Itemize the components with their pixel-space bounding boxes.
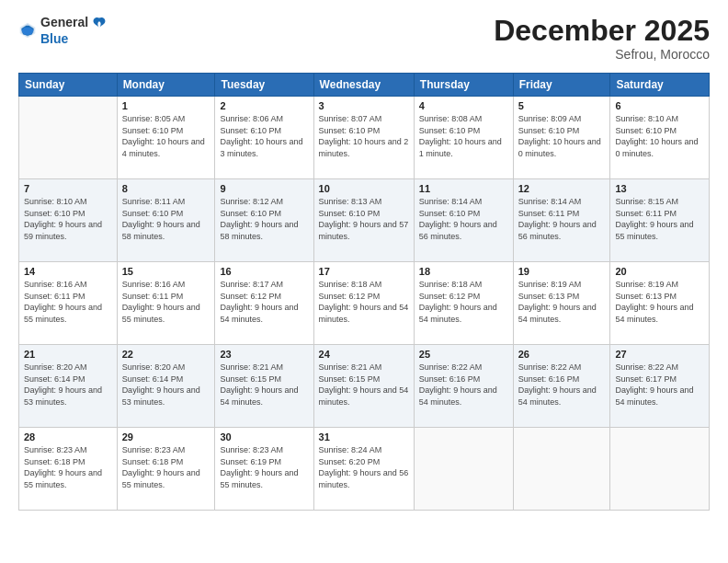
sunset-time: Sunset: 6:16 PM: [518, 374, 580, 384]
sunrise-time: Sunrise: 8:18 AM: [419, 280, 483, 289]
day-number: 17: [319, 266, 409, 277]
sunset-time: Sunset: 6:17 PM: [615, 374, 677, 384]
sunset-time: Sunset: 6:11 PM: [24, 292, 85, 301]
sunrise-time: Sunrise: 8:23 AM: [122, 445, 186, 454]
day-number: 24: [319, 349, 409, 360]
calendar-week-row: 28 Sunrise: 8:23 AM Sunset: 6:18 PM Dayl…: [19, 428, 710, 511]
day-info: Sunrise: 8:14 AM Sunset: 6:10 PM Dayligh…: [419, 196, 508, 242]
daylight-hours: Daylight: 9 hours and 54 minutes.: [518, 385, 597, 407]
logo-text: General Blue: [40, 15, 108, 47]
logo-blue: Blue: [40, 31, 108, 47]
table-row: [19, 97, 118, 179]
table-row: 29 Sunrise: 8:23 AM Sunset: 6:18 PM Dayl…: [117, 428, 215, 511]
daylight-hours: Daylight: 9 hours and 59 minutes.: [24, 220, 102, 241]
daylight-hours: Daylight: 9 hours and 53 minutes.: [122, 385, 200, 407]
day-info: Sunrise: 8:16 AM Sunset: 6:11 PM Dayligh…: [24, 279, 112, 325]
table-row: 2 Sunrise: 8:06 AM Sunset: 6:10 PM Dayli…: [215, 97, 313, 179]
day-info: Sunrise: 8:10 AM Sunset: 6:10 PM Dayligh…: [24, 196, 112, 242]
day-info: Sunrise: 8:18 AM Sunset: 6:12 PM Dayligh…: [319, 279, 409, 325]
daylight-hours: Daylight: 10 hours and 0 minutes.: [615, 137, 698, 158]
sunset-time: Sunset: 6:13 PM: [615, 292, 677, 301]
daylight-hours: Daylight: 10 hours and 3 minutes.: [220, 137, 302, 158]
sunset-time: Sunset: 6:12 PM: [419, 292, 481, 301]
calendar-week-row: 21 Sunrise: 8:20 AM Sunset: 6:14 PM Dayl…: [19, 345, 710, 428]
day-info: Sunrise: 8:22 AM Sunset: 6:16 PM Dayligh…: [419, 362, 508, 408]
calendar-table: Sunday Monday Tuesday Wednesday Thursday…: [18, 73, 710, 511]
sunrise-time: Sunrise: 8:18 AM: [319, 280, 382, 289]
table-row: 26 Sunrise: 8:22 AM Sunset: 6:16 PM Dayl…: [513, 345, 610, 428]
sunrise-time: Sunrise: 8:07 AM: [319, 114, 382, 123]
sunset-time: Sunset: 6:15 PM: [220, 374, 281, 384]
table-row: [414, 428, 513, 511]
daylight-hours: Daylight: 9 hours and 56 minutes.: [518, 220, 597, 241]
sunset-time: Sunset: 6:12 PM: [319, 292, 381, 301]
day-info: Sunrise: 8:19 AM Sunset: 6:13 PM Dayligh…: [615, 279, 704, 325]
table-row: 22 Sunrise: 8:20 AM Sunset: 6:14 PM Dayl…: [117, 345, 215, 428]
sunrise-time: Sunrise: 8:23 AM: [24, 445, 87, 454]
daylight-hours: Daylight: 9 hours and 54 minutes.: [220, 385, 298, 407]
day-number: 27: [615, 349, 704, 360]
sunset-time: Sunset: 6:19 PM: [220, 457, 281, 466]
day-info: Sunrise: 8:17 AM Sunset: 6:12 PM Dayligh…: [220, 279, 308, 325]
sunset-time: Sunset: 6:18 PM: [122, 457, 184, 466]
daylight-hours: Daylight: 9 hours and 56 minutes.: [319, 468, 409, 489]
page-header: General Blue December 2025 Sefrou, Moroc…: [18, 15, 710, 62]
sunrise-time: Sunrise: 8:22 AM: [518, 362, 582, 372]
logo-icon: [18, 21, 37, 40]
day-number: 31: [319, 431, 409, 442]
daylight-hours: Daylight: 9 hours and 54 minutes.: [419, 303, 497, 324]
logo: General Blue: [18, 15, 108, 47]
day-number: 10: [319, 183, 409, 194]
day-info: Sunrise: 8:23 AM Sunset: 6:18 PM Dayligh…: [122, 444, 210, 490]
sunrise-time: Sunrise: 8:17 AM: [220, 280, 283, 289]
table-row: 27 Sunrise: 8:22 AM Sunset: 6:17 PM Dayl…: [610, 345, 710, 428]
table-row: 15 Sunrise: 8:16 AM Sunset: 6:11 PM Dayl…: [117, 262, 215, 345]
table-row: 11 Sunrise: 8:14 AM Sunset: 6:10 PM Dayl…: [414, 179, 513, 262]
sunrise-time: Sunrise: 8:21 AM: [319, 362, 382, 372]
day-info: Sunrise: 8:06 AM Sunset: 6:10 PM Dayligh…: [220, 113, 308, 159]
table-row: 13 Sunrise: 8:15 AM Sunset: 6:11 PM Dayl…: [610, 179, 710, 262]
day-number: 25: [419, 349, 508, 360]
day-info: Sunrise: 8:15 AM Sunset: 6:11 PM Dayligh…: [615, 196, 704, 242]
day-number: 19: [518, 266, 606, 277]
sunrise-time: Sunrise: 8:10 AM: [615, 114, 678, 123]
location-subtitle: Sefrou, Morocco: [494, 47, 710, 62]
day-info: Sunrise: 8:20 AM Sunset: 6:14 PM Dayligh…: [122, 362, 210, 408]
sunrise-time: Sunrise: 8:14 AM: [518, 197, 582, 206]
table-row: 24 Sunrise: 8:21 AM Sunset: 6:15 PM Dayl…: [313, 345, 414, 428]
table-row: [513, 428, 610, 511]
sunrise-time: Sunrise: 8:24 AM: [319, 445, 382, 454]
day-info: Sunrise: 8:07 AM Sunset: 6:10 PM Dayligh…: [319, 113, 409, 159]
sunset-time: Sunset: 6:10 PM: [319, 126, 381, 135]
sunset-time: Sunset: 6:10 PM: [419, 126, 481, 135]
calendar-week-row: 7 Sunrise: 8:10 AM Sunset: 6:10 PM Dayli…: [19, 179, 710, 262]
sunrise-time: Sunrise: 8:15 AM: [615, 197, 678, 206]
day-number: 12: [518, 183, 606, 194]
table-row: 1 Sunrise: 8:05 AM Sunset: 6:10 PM Dayli…: [117, 97, 215, 179]
header-tuesday: Tuesday: [215, 74, 313, 97]
day-number: 28: [24, 431, 112, 442]
logo-bird-icon: [91, 15, 108, 31]
sunset-time: Sunset: 6:14 PM: [24, 374, 85, 384]
daylight-hours: Daylight: 9 hours and 54 minutes.: [419, 385, 497, 407]
header-thursday: Thursday: [414, 74, 513, 97]
header-wednesday: Wednesday: [313, 74, 414, 97]
table-row: 19 Sunrise: 8:19 AM Sunset: 6:13 PM Dayl…: [513, 262, 610, 345]
sunset-time: Sunset: 6:10 PM: [122, 209, 184, 218]
calendar-page: General Blue December 2025 Sefrou, Moroc…: [0, 0, 728, 563]
day-number: 9: [220, 183, 308, 194]
table-row: 12 Sunrise: 8:14 AM Sunset: 6:11 PM Dayl…: [513, 179, 610, 262]
day-number: 30: [220, 431, 308, 442]
daylight-hours: Daylight: 10 hours and 1 minute.: [419, 137, 502, 158]
table-row: 10 Sunrise: 8:13 AM Sunset: 6:10 PM Dayl…: [313, 179, 414, 262]
daylight-hours: Daylight: 9 hours and 55 minutes.: [122, 303, 200, 324]
daylight-hours: Daylight: 9 hours and 53 minutes.: [24, 385, 102, 407]
sunset-time: Sunset: 6:10 PM: [518, 126, 580, 135]
day-number: 4: [419, 100, 508, 111]
day-info: Sunrise: 8:13 AM Sunset: 6:10 PM Dayligh…: [319, 196, 409, 242]
day-number: 21: [24, 349, 112, 360]
sunset-time: Sunset: 6:16 PM: [419, 374, 481, 384]
day-number: 1: [122, 100, 210, 111]
sunrise-time: Sunrise: 8:23 AM: [220, 445, 283, 454]
header-sunday: Sunday: [19, 74, 118, 97]
